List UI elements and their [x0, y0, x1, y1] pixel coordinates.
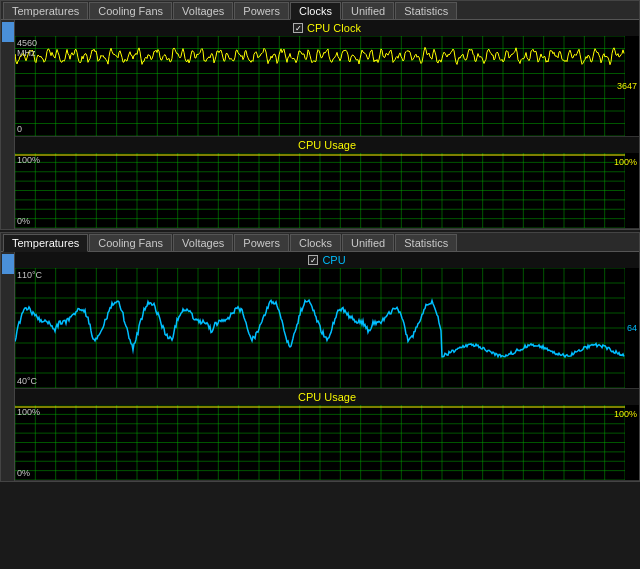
tab-temperatures[interactable]: Temperatures: [3, 2, 88, 19]
bottom-cpu-usage-title: CPU Usage: [15, 389, 639, 405]
tab-statistics[interactable]: Statistics: [395, 2, 457, 19]
cpu-temp-value: 64: [627, 323, 637, 333]
top-scroll-thumb[interactable]: [2, 22, 14, 42]
top-panel: TemperaturesCooling FansVoltagesPowersCl…: [0, 0, 640, 230]
top-charts-area: ✓ CPU Clock 4560 MHz 0 3647 CPU Usage: [15, 20, 639, 229]
top-usage-y-top: 100%: [17, 155, 40, 165]
top-scrollbar[interactable]: [1, 20, 15, 229]
tab-clocks[interactable]: Clocks: [290, 234, 341, 251]
cpu-clock-y-bottom: 0: [17, 124, 22, 134]
tab-cooling-fans[interactable]: Cooling Fans: [89, 234, 172, 251]
tab-unified[interactable]: Unified: [342, 2, 394, 19]
top-cpu-usage-grid: 100% 0% 100%: [15, 153, 639, 228]
bottom-cpu-usage-grid: 100% 0% 100%: [15, 405, 639, 480]
tab-clocks[interactable]: Clocks: [290, 2, 341, 20]
tab-statistics[interactable]: Statistics: [395, 234, 457, 251]
cpu-temp-chart: ✓ CPU 110°C 40°C 64: [15, 252, 639, 389]
bottom-tab-bar: TemperaturesCooling FansVoltagesPowersCl…: [1, 233, 639, 252]
cpu-clock-y-top: 4560: [17, 38, 37, 48]
bottom-scrollbar[interactable]: [1, 252, 15, 481]
bottom-panel: TemperaturesCooling FansVoltagesPowersCl…: [0, 232, 640, 482]
bottom-usage-y-top: 100%: [17, 407, 40, 417]
top-panel-content: ✓ CPU Clock 4560 MHz 0 3647 CPU Usage: [1, 20, 639, 229]
cpu-clock-title: ✓ CPU Clock: [15, 20, 639, 36]
cpu-clock-y-unit: MHz: [17, 48, 36, 58]
tab-voltages[interactable]: Voltages: [173, 234, 233, 251]
cpu-clock-label: CPU Clock: [307, 22, 361, 34]
tab-cooling-fans[interactable]: Cooling Fans: [89, 2, 172, 19]
tab-powers[interactable]: Powers: [234, 2, 289, 19]
cpu-temp-checkbox[interactable]: ✓: [308, 255, 318, 265]
bottom-usage-value: 100%: [614, 409, 637, 419]
tab-powers[interactable]: Powers: [234, 234, 289, 251]
tab-voltages[interactable]: Voltages: [173, 2, 233, 19]
bottom-cpu-usage-label: CPU Usage: [298, 391, 356, 403]
cpu-clock-value: 3647: [617, 81, 637, 91]
bottom-scroll-thumb[interactable]: [2, 254, 14, 274]
cpu-clock-grid: 4560 MHz 0 3647: [15, 36, 639, 136]
cpu-temp-y-top: 110°C: [17, 270, 42, 280]
top-cpu-usage-title: CPU Usage: [15, 137, 639, 153]
bottom-panel-content: ✓ CPU 110°C 40°C 64 CPU Usage: [1, 252, 639, 481]
top-tab-bar: TemperaturesCooling FansVoltagesPowersCl…: [1, 1, 639, 20]
top-usage-y-bottom: 0%: [17, 216, 30, 226]
top-cpu-usage-label: CPU Usage: [298, 139, 356, 151]
top-usage-value: 100%: [614, 157, 637, 167]
bottom-usage-y-bottom: 0%: [17, 468, 30, 478]
bottom-cpu-usage-chart: CPU Usage 100% 0% 100%: [15, 389, 639, 481]
tab-unified[interactable]: Unified: [342, 234, 394, 251]
cpu-temp-label: CPU: [322, 254, 345, 266]
cpu-clock-checkbox[interactable]: ✓: [293, 23, 303, 33]
bottom-charts-area: ✓ CPU 110°C 40°C 64 CPU Usage: [15, 252, 639, 481]
cpu-temp-title: ✓ CPU: [15, 252, 639, 268]
tab-temperatures[interactable]: Temperatures: [3, 234, 88, 252]
top-cpu-usage-chart: CPU Usage 100% 0% 100%: [15, 137, 639, 229]
cpu-temp-grid: 110°C 40°C 64: [15, 268, 639, 388]
cpu-temp-y-bottom: 40°C: [17, 376, 37, 386]
cpu-clock-chart: ✓ CPU Clock 4560 MHz 0 3647: [15, 20, 639, 137]
